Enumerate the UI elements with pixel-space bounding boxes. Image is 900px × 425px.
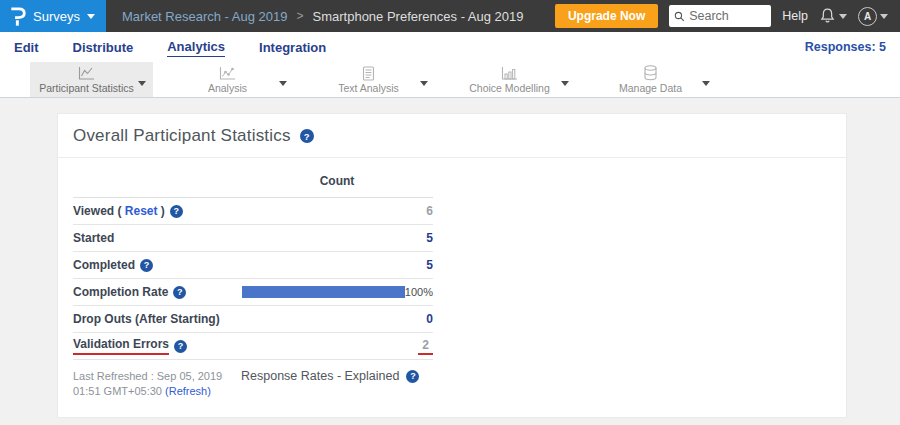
- tab-participant-statistics[interactable]: Participant Statistics: [30, 62, 153, 97]
- tab-analysis[interactable]: Analysis: [171, 62, 294, 97]
- search-box[interactable]: [669, 5, 771, 27]
- table-row-validation-errors: Validation Errors ? 2: [73, 333, 433, 360]
- chevron-down-icon: [880, 14, 888, 23]
- surveys-menu-label: Surveys: [33, 9, 80, 24]
- chevron-down-icon: [87, 14, 95, 23]
- help-icon[interactable]: ?: [406, 370, 419, 383]
- help-icon[interactable]: ?: [174, 340, 187, 353]
- count-column-header: Count: [241, 174, 433, 188]
- page-content: Overall Participant Statistics ? Count V…: [0, 98, 900, 418]
- table-row-viewed: Viewed ( Reset ) ? 6: [73, 198, 433, 225]
- card-title-row: Overall Participant Statistics ?: [58, 114, 846, 158]
- row-label-text: Viewed ( Reset ): [73, 204, 165, 218]
- line-chart-icon: [78, 66, 95, 81]
- help-icon[interactable]: ?: [140, 259, 153, 272]
- completion-rate-bar: [242, 286, 405, 298]
- tab-label: Manage Data: [619, 82, 682, 94]
- participant-statistics-card: Overall Participant Statistics ? Count V…: [57, 113, 847, 418]
- table-row-started: Started 5: [73, 225, 433, 252]
- chevron-right-icon: >: [296, 9, 303, 23]
- tab-choice-modelling[interactable]: Choice Modelling: [453, 62, 576, 97]
- row-label-text: Drop Outs (After Starting): [73, 312, 220, 326]
- row-value: 0: [426, 312, 433, 326]
- database-icon: [643, 65, 658, 81]
- refresh-link[interactable]: (Refresh): [165, 385, 211, 397]
- help-icon[interactable]: ?: [170, 205, 183, 218]
- avatar: A: [858, 7, 877, 26]
- breadcrumb-survey[interactable]: Smartphone Preferences - Aug 2019: [313, 9, 524, 24]
- notifications-menu[interactable]: [819, 7, 847, 25]
- tab-manage-data[interactable]: Manage Data: [594, 62, 717, 97]
- chevron-down-icon: [839, 14, 847, 23]
- reset-link[interactable]: Reset: [125, 204, 158, 218]
- row-label-text: Started: [73, 231, 114, 245]
- dot-chart-icon: [219, 66, 236, 81]
- row-value: 2: [418, 338, 433, 355]
- search-input[interactable]: [689, 9, 766, 23]
- nav-integration[interactable]: Integration: [259, 38, 326, 57]
- table-header-row: Count: [73, 164, 433, 198]
- participant-statistics-table: Count Viewed ( Reset ) ? 6 Started 5: [73, 164, 433, 360]
- breadcrumb: Market Research - Aug 2019 > Smartphone …: [122, 9, 524, 24]
- tab-label: Participant Statistics: [39, 82, 134, 94]
- topbar-actions: Upgrade Now Help A: [555, 4, 900, 28]
- last-refreshed: Last Refreshed : Sep 05, 2019 01:51 GMT+…: [73, 369, 241, 400]
- search-icon: [674, 10, 685, 23]
- response-rates-explained: Response Rates - Explained ?: [241, 369, 419, 383]
- chevron-down-icon[interactable]: [561, 81, 569, 90]
- row-label-text: Validation Errors: [73, 337, 169, 355]
- chevron-down-icon[interactable]: [420, 81, 428, 90]
- nav-analytics[interactable]: Analytics: [167, 37, 225, 57]
- bell-icon: [819, 7, 836, 25]
- chevron-down-icon[interactable]: [138, 81, 146, 90]
- table-row-drop-outs: Drop Outs (After Starting) 0: [73, 306, 433, 333]
- surveys-menu[interactable]: Surveys: [0, 0, 106, 32]
- table-row-completion-rate: Completion Rate ? 100%: [73, 279, 433, 306]
- document-icon: [361, 66, 376, 81]
- nav-edit[interactable]: Edit: [14, 38, 39, 57]
- row-value: 5: [426, 231, 433, 245]
- questionpro-logo-icon: [9, 5, 26, 27]
- page-title: Overall Participant Statistics: [73, 126, 291, 146]
- chevron-down-icon[interactable]: [279, 81, 287, 90]
- survey-nav: Edit Distribute Analytics Integration Re…: [0, 32, 900, 62]
- row-label-text: Completed: [73, 258, 135, 272]
- responses-count[interactable]: Responses: 5: [805, 40, 886, 54]
- tab-label: Text Analysis: [338, 82, 399, 94]
- top-bar: Surveys Market Research - Aug 2019 > Sma…: [0, 0, 900, 32]
- help-icon[interactable]: ?: [300, 129, 314, 143]
- bar-chart-icon: [501, 66, 518, 81]
- card-footer: Last Refreshed : Sep 05, 2019 01:51 GMT+…: [73, 369, 831, 400]
- help-link[interactable]: Help: [782, 9, 808, 23]
- tab-text-analysis[interactable]: Text Analysis: [312, 62, 435, 97]
- nav-distribute[interactable]: Distribute: [73, 38, 134, 57]
- table-row-completed: Completed ? 5: [73, 252, 433, 279]
- tab-label: Analysis: [208, 82, 247, 94]
- upgrade-now-button[interactable]: Upgrade Now: [555, 4, 658, 28]
- account-menu[interactable]: A: [858, 7, 888, 26]
- analytics-toolbar: Participant Statistics Analysis Tex: [0, 62, 900, 98]
- breadcrumb-folder[interactable]: Market Research - Aug 2019: [122, 9, 287, 24]
- row-label-text: Completion Rate: [73, 285, 168, 299]
- help-icon[interactable]: ?: [173, 286, 186, 299]
- chevron-down-icon[interactable]: [702, 81, 710, 90]
- tab-label: Choice Modelling: [469, 82, 550, 94]
- row-value: 5: [426, 258, 433, 272]
- row-value: 6: [426, 204, 433, 218]
- completion-rate-value: 100%: [405, 286, 433, 298]
